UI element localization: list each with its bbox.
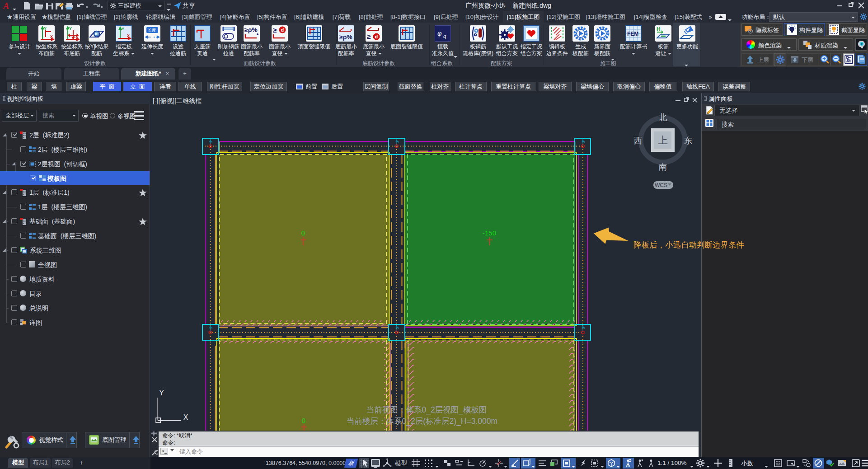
svg-text:Y: Y: [69, 26, 72, 31]
svg-text:FEM: FEM: [627, 31, 638, 37]
svg-text:当前楼层：体系0_2层(标准层2)_H=3.000m: 当前楼层：体系0_2层(标准层2)_H=3.000m: [347, 417, 497, 426]
svg-text:当前视图：体系0_2层视图_模板图: 当前视图：体系0_2层视图_模板图: [366, 405, 487, 415]
svg-text:X: X: [50, 34, 53, 39]
svg-text:≥ρ%: ≥ρ%: [339, 33, 352, 41]
svg-text:≥ρ%: ≥ρ%: [244, 26, 258, 33]
svg-text:X: X: [183, 413, 188, 421]
svg-text:d: d: [375, 34, 378, 39]
svg-text:-150: -150: [483, 229, 496, 237]
svg-text:南: 南: [659, 162, 667, 172]
svg-text:≥: ≥: [273, 26, 277, 34]
svg-text:φ: φ: [437, 29, 441, 38]
svg-text:东: 东: [684, 136, 693, 145]
svg-text:X: X: [75, 34, 78, 39]
svg-text:WCS: WCS: [655, 182, 667, 188]
svg-text:上: 上: [658, 135, 668, 146]
svg-text:北: 北: [659, 113, 667, 122]
svg-text:西: 西: [634, 136, 643, 145]
svg-text:H: H: [657, 26, 661, 33]
svg-text:0: 0: [301, 229, 305, 237]
svg-text:Y: Y: [122, 27, 124, 31]
svg-text:Y: Y: [159, 389, 164, 397]
svg-text:0: 0: [302, 417, 305, 424]
svg-text:d: d: [281, 27, 284, 33]
svg-text:X: X: [127, 33, 130, 38]
svg-text:≥: ≥: [367, 33, 371, 40]
svg-text:q: q: [443, 33, 446, 39]
svg-text:长度: 长度: [148, 28, 156, 33]
